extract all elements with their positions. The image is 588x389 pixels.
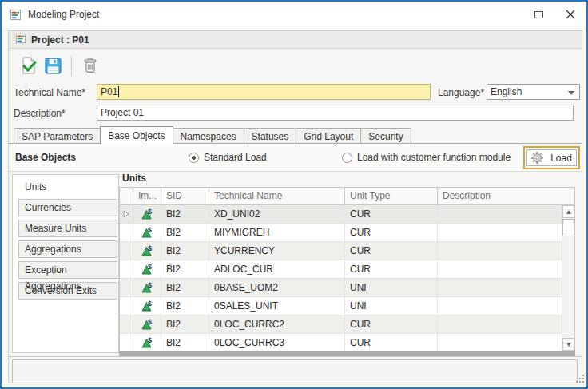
unit-type-cell: UNI [345,297,438,315]
technical-name-input[interactable]: P01 [97,84,431,100]
row-selector-cell [120,316,133,333]
sidebar-item-units[interactable]: Units [14,178,117,196]
column-header-technical-name[interactable]: Technical Name [209,188,345,204]
tab-namespaces[interactable]: Namespaces [173,128,244,144]
unit-type-cell: CUR [345,334,438,351]
radio-customer-function-load-label: Load with customer function module [357,152,511,163]
modeling-project-icon [10,9,22,21]
toolbar-separator [71,55,72,76]
radio-standard-load[interactable]: Standard Load [189,152,267,163]
unit-type-cell: CUR [345,242,438,260]
description-cell [438,334,562,351]
sid-cell: BI2 [161,279,209,296]
tab-security[interactable]: Security [360,128,411,144]
tab-statuses[interactable]: Statuses [244,128,297,144]
table-row[interactable]: $ BI2MIYMIGREHCUR [120,224,574,242]
unit-currency-icon: $ [141,300,153,312]
sidebar-item-measure-units[interactable]: Measure Units [18,220,117,237]
scrollbar-thumb[interactable] [562,219,574,236]
row-selector-header [120,188,133,204]
status-box [12,359,578,383]
unit-currency-icon: $ [141,226,153,239]
column-header-im[interactable]: Im... [133,188,161,204]
text-caret [118,86,119,97]
svg-text:$: $ [148,244,152,252]
description-cell [438,279,562,296]
image-cell: $ [133,297,161,315]
table-row[interactable]: $ BI20LOC_CURRC2CUR [120,316,574,334]
arrow-up-icon [566,210,571,214]
technical-name-cell: 0LOC_CURRC3 [209,334,345,351]
radio-standard-load-label: Standard Load [204,152,267,163]
sidebar-item-conversion-exits[interactable]: Conversion Exits [18,282,117,300]
unit-currency-icon: $ [141,336,153,349]
language-label: Language* [438,84,484,101]
modeling-project-dialog: Modeling Project Project : P01 [0,0,588,389]
tab-sap-parameters[interactable]: SAP Parameters [14,128,101,144]
load-button-label: Load [550,153,572,164]
tab-grid-layout[interactable]: Grid Layout [296,128,361,144]
arrow-down-icon [566,343,571,347]
delete-button[interactable] [78,54,102,77]
vertical-scrollbar [562,205,574,351]
language-select[interactable]: English [487,84,580,100]
sidebar-item-exception-aggregations[interactable]: Exception Aggregations [18,261,117,279]
resize-grip-icon [576,375,585,383]
technical-name-cell: 0SALES_UNIT [209,297,345,315]
sidebar-item-aggregations[interactable]: Aggregations [18,240,117,258]
row-selector-cell [120,279,133,296]
tab-base-objects[interactable]: Base Objects [100,126,173,145]
scroll-up-button[interactable] [562,205,574,218]
image-cell: $ [133,224,161,241]
row-selector-cell [120,260,133,278]
column-header-unit-type[interactable]: Unit Type [345,188,438,204]
svg-text:$: $ [148,281,152,289]
gear-icon [531,152,543,164]
maximize-button[interactable] [522,2,554,27]
description-cell [438,205,562,223]
chevron-down-icon [568,91,574,95]
radio-customer-function-load[interactable]: Load with customer function module [342,152,511,163]
sid-cell: BI2 [161,242,209,260]
sid-cell: BI2 [161,205,209,223]
close-icon [566,10,575,19]
description-label: Description* [14,105,66,122]
sid-cell: BI2 [161,316,209,333]
trash-icon [81,57,99,74]
svg-text:$: $ [148,336,152,344]
table-row[interactable]: $ BI20SALES_UNITUNI [120,297,574,316]
sidebar-item-currencies[interactable]: Currencies [18,199,117,216]
close-button[interactable] [554,2,586,27]
table-row[interactable]: $ BI2YCURRENCYCUR [120,242,574,260]
table-row[interactable]: $ BI2XD_UNI02CUR [120,205,574,224]
column-header-description[interactable]: Description [438,188,562,204]
description-value: Project 01 [101,107,144,118]
table-row[interactable]: $ BI20BASE_UOM2UNI [120,279,574,297]
table-row[interactable]: $ BI2ADLOC_CURCUR [120,260,574,279]
project-header-title: Project : P01 [31,34,89,46]
save-icon [44,57,62,75]
technical-name-cell: 0BASE_UOM2 [209,279,345,296]
table-row[interactable]: $ BI20LOC_CURRC3CUR [120,334,574,352]
svg-text:$: $ [148,263,152,271]
row-selector-cell [120,297,133,315]
load-button[interactable]: Load [526,149,577,166]
base-objects-nav: UnitsCurrenciesMeasure UnitsAggregations… [12,174,119,353]
scroll-down-button[interactable] [562,338,574,351]
unit-currency-icon: $ [141,281,153,294]
description-input[interactable]: Project 01 [97,105,574,121]
row-selector-cell [120,334,133,351]
units-grid: Im...SIDTechnical NameUnit TypeDescripti… [119,187,575,351]
image-cell: $ [133,260,161,278]
technical-name-cell: ADLOC_CUR [209,260,345,278]
grid-header: Im...SIDTechnical NameUnit TypeDescripti… [120,188,574,205]
column-header-sid[interactable]: SID [161,188,209,204]
project-header: Project : P01 [9,31,582,49]
svg-text:$: $ [148,300,152,308]
validate-button[interactable] [17,54,41,77]
unit-currency-icon: $ [141,263,153,276]
save-button[interactable] [41,54,65,77]
resize-grip[interactable] [576,375,585,386]
description-cell [438,224,562,241]
unit-currency-icon: $ [141,208,153,220]
